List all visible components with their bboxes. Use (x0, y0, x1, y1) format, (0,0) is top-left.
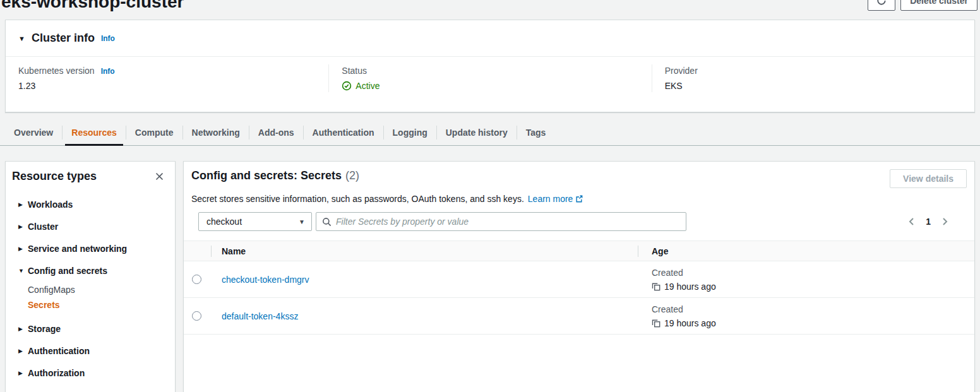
kubernetes-version-label-text: Kubernetes version (18, 66, 95, 76)
sidebar-item-configmaps[interactable]: ConfigMaps (6, 282, 175, 297)
secrets-description: Secret stores sensitive information, suc… (191, 194, 967, 204)
status-value: Active (342, 81, 638, 91)
sidebar-item-label: Config and secrets (28, 266, 107, 276)
tab-resources[interactable]: Resources (63, 120, 126, 145)
expand-arrow-icon: ▶ (18, 246, 28, 252)
age-value-row: 19 hours ago (652, 317, 974, 330)
column-divider (638, 246, 638, 257)
copy-icon[interactable] (652, 319, 660, 328)
cluster-info-title: Cluster info (32, 32, 95, 45)
expand-arrow-icon: ▶ (18, 348, 28, 354)
table-header-row: Name Age (184, 241, 974, 261)
filter-dropdown[interactable]: checkout ▼ (198, 212, 312, 231)
age-value-text: 19 hours ago (664, 280, 716, 293)
row-name-cell: default-token-4kssz (212, 311, 638, 321)
secrets-panel: Config and secrets: Secrets (2) View det… (183, 161, 975, 392)
filter-dropdown-value: checkout (206, 217, 299, 227)
config-and-secrets-children: ConfigMaps Secrets (6, 282, 175, 312)
tab-update-history[interactable]: Update history (437, 120, 517, 145)
name-column-header: Name (212, 246, 638, 256)
sidebar-item-label: Storage (28, 324, 61, 334)
search-icon (322, 217, 332, 227)
tab-compute[interactable]: Compute (126, 120, 182, 145)
row-name-cell: checkout-token-dmgrv (212, 275, 638, 285)
sidebar-item-label: Authorization (28, 368, 85, 378)
tab-authentication[interactable]: Authentication (304, 120, 383, 145)
sidebar-item-secrets[interactable]: Secrets (6, 297, 175, 312)
sidebar-item-label: Workloads (28, 199, 73, 210)
provider-value: EKS (665, 81, 962, 91)
chevron-down-icon: ▼ (299, 218, 305, 225)
learn-more-label: Learn more (528, 194, 573, 204)
secret-name-link[interactable]: default-token-4kssz (222, 311, 298, 321)
sidebar-item-cluster[interactable]: ▶ Cluster (6, 216, 175, 238)
kubernetes-version-info-link[interactable]: Info (101, 67, 115, 76)
refresh-button[interactable] (868, 0, 895, 11)
collapse-arrow-icon: ▼ (18, 268, 28, 274)
cluster-info-header[interactable]: ▼ Cluster info Info (6, 20, 974, 57)
resource-types-panel: Resource types ▶ Workloads ▶ Cluster ▶ (5, 161, 176, 392)
resources-content: Resource types ▶ Workloads ▶ Cluster ▶ (5, 161, 975, 392)
age-column-header: Age (638, 246, 974, 256)
sidebar-item-authentication[interactable]: ▶ Authentication (6, 340, 175, 362)
search-input[interactable] (336, 217, 681, 227)
sidebar-item-workloads[interactable]: ▶ Workloads (6, 194, 175, 216)
row-radio-button[interactable] (192, 311, 201, 321)
sidebar-item-storage[interactable]: ▶ Storage (6, 318, 175, 340)
secrets-title-row: Config and secrets: Secrets (2) View det… (191, 169, 967, 188)
tab-logging[interactable]: Logging (384, 120, 436, 145)
check-circle-icon (342, 81, 352, 91)
age-column-label: Age (652, 246, 668, 256)
tab-networking[interactable]: Networking (183, 120, 249, 145)
row-age-cell: Created 19 hours ago (638, 303, 974, 330)
resource-types-title: Resource types (12, 170, 97, 183)
collapse-triangle-icon[interactable]: ▼ (18, 35, 25, 42)
active-tab-underline (65, 144, 123, 146)
tab-resources-label: Resources (71, 128, 117, 138)
learn-more-link[interactable]: Learn more (528, 194, 583, 204)
row-radio-button[interactable] (192, 275, 201, 284)
sidebar-item-label: Service and networking (28, 244, 127, 254)
row-selection-cell (184, 275, 212, 284)
expand-arrow-icon: ▶ (18, 370, 28, 376)
cluster-info-info-link[interactable]: Info (101, 34, 115, 43)
kubernetes-version-value: 1.23 (18, 81, 316, 91)
name-column-label: Name (222, 246, 246, 256)
sidebar-item-label: Cluster (28, 222, 58, 232)
refresh-icon (876, 0, 887, 6)
age-value-row: 19 hours ago (652, 280, 974, 293)
sidebar-item-label: Authentication (28, 346, 90, 356)
cluster-info-body: Kubernetes version Info 1.23 Status Acti… (6, 57, 974, 100)
secrets-count: (2) (345, 169, 359, 182)
current-page-number[interactable]: 1 (926, 217, 931, 227)
eks-console-page: eks-workshop-cluster Delete cluster ▼ Cl… (0, 0, 980, 392)
field-provider: Provider EKS (652, 64, 974, 92)
row-age-cell: Created 19 hours ago (638, 266, 974, 293)
filter-row: checkout ▼ (191, 212, 967, 231)
header-actions: Delete cluster (868, 0, 977, 11)
next-page-button[interactable] (940, 216, 950, 227)
resource-types-list: ▶ Workloads ▶ Cluster ▶ Service and netw… (6, 189, 175, 384)
secrets-header: Config and secrets: Secrets (2) View det… (184, 162, 974, 231)
copy-icon[interactable] (652, 282, 660, 291)
table-row: checkout-token-dmgrv Created 19 hours ag… (184, 261, 974, 298)
sidebar-item-config-and-secrets[interactable]: ▼ Config and secrets (6, 260, 175, 282)
secrets-description-text: Secret stores sensitive information, suc… (191, 194, 524, 204)
secret-name-link[interactable]: checkout-token-dmgrv (222, 275, 309, 285)
delete-cluster-button[interactable]: Delete cluster (900, 0, 977, 11)
tab-add-ons[interactable]: Add-ons (249, 120, 303, 145)
sidebar-item-service-and-networking[interactable]: ▶ Service and networking (6, 238, 175, 260)
external-link-icon (575, 195, 583, 203)
expand-arrow-icon: ▶ (18, 201, 28, 208)
close-panel-button[interactable] (153, 170, 166, 183)
view-details-button[interactable]: View details (890, 169, 967, 188)
previous-page-button[interactable] (906, 216, 917, 227)
tab-overview[interactable]: Overview (5, 120, 62, 145)
field-status: Status Active (328, 64, 651, 92)
row-selection-cell (184, 311, 212, 321)
sidebar-item-authorization[interactable]: ▶ Authorization (6, 362, 175, 384)
age-value-text: 19 hours ago (664, 317, 716, 330)
tab-tags[interactable]: Tags (517, 120, 555, 145)
page-title: eks-workshop-cluster (1, 0, 184, 13)
expand-arrow-icon: ▶ (18, 326, 28, 332)
